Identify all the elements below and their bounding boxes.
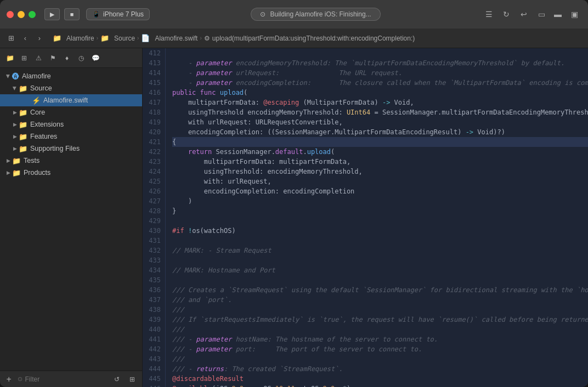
code-content[interactable]: - parameter encodingMemoryThreshold: The… (166, 48, 588, 387)
tree-item-extensions[interactable]: ▶ 📁 Extensions (0, 118, 142, 130)
build-status-label: Building Alamofire iOS: Finishing... (270, 10, 371, 18)
filter-input[interactable] (25, 375, 107, 383)
breadcrumb-source-label: Source (114, 35, 135, 42)
project-icon: 🅐 (12, 72, 19, 81)
code-line-421: { (172, 137, 588, 147)
breadcrumb-file[interactable]: 📄 Alamofire.swift (141, 34, 197, 42)
build-pill: ⊙ Building Alamofire iOS: Finishing... (251, 8, 380, 21)
tree-item-tests[interactable]: ▶ 📁 Tests (0, 155, 142, 167)
line-num: 446 (143, 384, 165, 387)
layout-2-button[interactable]: ▬ (551, 8, 565, 20)
sidebar-warning-icon[interactable]: ⚠ (32, 52, 45, 65)
code-area[interactable]: 412 413 414 415 416 417 418 419 420 421 … (143, 48, 588, 387)
line-num: 424 (143, 167, 165, 177)
breadcrumb-alamofire-label: Alamofire (66, 35, 94, 42)
tree-arrow-extensions: ▶ (11, 121, 19, 128)
line-num: 414 (143, 68, 165, 78)
tree-arrow-core: ▶ (11, 109, 19, 116)
code-line-438: /// (172, 305, 588, 315)
tree-label-source: Source (30, 84, 138, 92)
line-num: 420 (143, 127, 165, 137)
stop-button[interactable]: ■ (64, 8, 80, 20)
breadcrumb-alamofire[interactable]: 📁 Alamofire (53, 34, 94, 42)
line-num: 417 (143, 98, 165, 107)
line-num: 429 (143, 216, 165, 226)
line-num: 443 (143, 354, 165, 364)
maximize-button[interactable] (29, 11, 36, 18)
breadcrumb-source[interactable]: 📁 Source (100, 34, 135, 42)
line-num: 442 (143, 344, 165, 354)
back-button[interactable]: ↩ (517, 8, 531, 20)
tree-item-alamofire-swift[interactable]: ⚡ Alamofire.swift (0, 94, 142, 106)
code-line-413: - parameter encodingMemoryThreshold: The… (172, 58, 588, 68)
line-num: 437 (143, 295, 165, 305)
line-num: 444 (143, 364, 165, 374)
sidebar-chat-icon[interactable]: 💬 (89, 52, 102, 65)
code-line-426: encodingCompletion: encodingCompletion (172, 186, 588, 196)
toolbar-icons: ⊞ ‹ › (4, 32, 46, 45)
breadcrumb-sep-3: › (200, 35, 201, 41)
close-button[interactable] (7, 11, 14, 18)
layout-3-button[interactable]: ▣ (567, 8, 581, 20)
line-num: 434 (143, 265, 165, 275)
minimize-button[interactable] (18, 11, 25, 18)
nav-back-icon[interactable]: ‹ (19, 32, 32, 45)
line-num: 438 (143, 305, 165, 315)
line-num: 432 (143, 246, 165, 255)
sidebar-search-icon[interactable]: ⊞ (18, 52, 31, 65)
sidebar-history-icon[interactable]: ◷ (75, 52, 88, 65)
sidebar-folder-icon[interactable]: 📁 (3, 52, 16, 65)
folder-icon: 📁 (53, 34, 61, 42)
refresh-button[interactable]: ↻ (499, 8, 513, 20)
line-num: 428 (143, 206, 165, 216)
breadcrumb-func[interactable]: ⚙ upload(multipartFormData:usingThreshol… (204, 35, 415, 42)
scheme-button[interactable]: ☰ (482, 8, 496, 20)
sidebar-footer: + ⊙ ↺ ⊞ (0, 371, 142, 387)
breadcrumb-file-label: Alamofire.swift (155, 35, 197, 42)
code-line-442: /// - parameter port: The port of the se… (172, 344, 588, 354)
tree-arrow-tests: ▶ (4, 157, 12, 164)
tree-item-core[interactable]: ▶ 📁 Core (0, 106, 142, 118)
tree-item-features[interactable]: ▶ 📁 Features (0, 130, 142, 143)
tree-item-source[interactable]: ▶ 📁 Source (0, 82, 142, 94)
layout-1-button[interactable]: ▭ (534, 8, 549, 20)
line-num: 422 (143, 147, 165, 157)
code-line-417: multipartFormData: @escaping (MultipartF… (172, 98, 588, 107)
tree-item-supporting-files[interactable]: ▶ 📁 Supporting Files (0, 143, 142, 155)
run-button[interactable]: ▶ (44, 8, 60, 20)
sidebar-bookmark-icon[interactable]: ♦ (60, 52, 74, 65)
folder-tests-icon: 📁 (12, 157, 21, 165)
tree-item-products[interactable]: ▶ 📁 Products (0, 167, 142, 179)
filter-more-icon[interactable]: ⊞ (127, 373, 138, 386)
code-line-433 (172, 255, 588, 265)
nav-forward-icon[interactable]: › (33, 32, 46, 45)
device-icon: 📱 (92, 10, 100, 18)
progress-icon: ⊙ (260, 10, 265, 18)
tree-label-features: Features (30, 133, 138, 140)
device-selector[interactable]: 📱 iPhone 7 Plus (86, 8, 150, 20)
build-status-area: ⊙ Building Alamofire iOS: Finishing... (154, 8, 477, 21)
code-line-437: /// and `port`. (172, 295, 588, 305)
device-label: iPhone 7 Plus (103, 10, 144, 18)
line-num: 426 (143, 186, 165, 196)
folder-feat-icon: 📁 (19, 133, 27, 141)
filter-recent-icon[interactable]: ↺ (111, 373, 122, 386)
layout-buttons: ▭ ▬ ▣ (534, 8, 581, 20)
line-num: 415 (143, 78, 165, 88)
line-num: 441 (143, 334, 165, 344)
line-num: 436 (143, 285, 165, 295)
folder-prod-icon: 📁 (12, 169, 21, 177)
add-file-button[interactable]: + (4, 374, 13, 385)
line-num: 423 (143, 157, 165, 167)
code-line-420: encodingCompletion: ((SessionManager.Mul… (172, 127, 588, 137)
tree-label-alamofire: Alamofire (22, 72, 138, 80)
grid-icon[interactable]: ⊞ (4, 32, 18, 45)
line-num: 440 (143, 325, 165, 334)
tree-item-alamofire[interactable]: ▶ 🅐 Alamofire (0, 70, 142, 82)
sidebar-toolbar: 📁 ⊞ ⚠ ⚑ ♦ ◷ 💬 (0, 48, 142, 68)
filter-icon: ⊙ (18, 375, 22, 383)
tree-arrow-products: ▶ (4, 169, 12, 177)
sidebar-flag-icon[interactable]: ⚑ (46, 52, 59, 65)
filter-box: ⊙ (18, 375, 107, 383)
breadcrumb-toolbar: ⊞ ‹ › 📁 Alamofire › 📁 Source › 📄 Alamofi… (0, 29, 588, 48)
